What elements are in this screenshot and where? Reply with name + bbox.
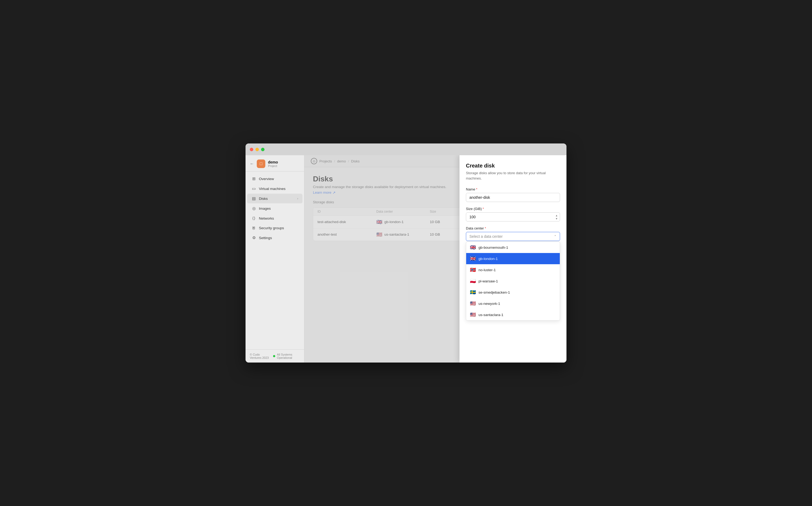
required-indicator: * [485,226,486,230]
copyright: © Cudo Ventures 2023 [250,353,271,359]
required-indicator: * [482,207,484,211]
flag-us-icon [470,301,476,307]
sidebar-item-settings[interactable]: ⚙ Settings [247,233,302,243]
sidebar-header: ← □ demo Project [246,155,304,172]
flag-pl-icon [470,278,476,284]
sidebar: ← □ demo Project ⊞ Overview ▭ Virtual ma… [246,155,304,362]
dropdown-item-se-smedjebacken[interactable]: se-smedjebacken-1 [466,287,560,298]
images-icon: ◎ [252,206,256,211]
app-window: ← □ demo Project ⊞ Overview ▭ Virtual ma… [246,144,566,362]
name-form-group: Name * [466,187,560,202]
datacenter-select-wrapper: Select a data center ⌃ gb-bournemouth-1 … [466,232,560,241]
sidebar-item-virtual-machines[interactable]: ▭ Virtual machines [247,184,302,193]
overview-icon: ⊞ [252,176,256,181]
sidebar-footer: © Cudo Ventures 2023 All Systems Operati… [246,349,304,362]
create-disk-drawer: Create disk Storage disks allow you to s… [460,155,566,362]
titlebar [246,144,566,155]
main-content: ◎ Projects / demo / Disks Disks Create a… [304,155,566,362]
maximize-button[interactable] [261,148,265,151]
datacenter-label: Data center * [466,226,560,230]
project-icon: □ [257,160,265,168]
status-label: All Systems Operational [277,353,300,359]
sidebar-item-images[interactable]: ◎ Images [247,203,302,213]
flag-gb-icon [470,256,476,262]
sidebar-item-disks[interactable]: ▤ Disks › [247,194,302,203]
datacenter-form-group: Data center * Select a data center ⌃ gb-… [466,226,560,241]
sidebar-item-label: Overview [259,177,274,181]
sidebar-item-label: Disks [259,197,268,201]
spinner-up-icon[interactable]: ▲ [555,214,558,217]
size-form-group: Size (GiB) * ▲ ▼ [466,207,560,222]
dropdown-item-gb-bournemouth[interactable]: gb-bournemouth-1 [466,242,560,253]
datacenter-dropdown: gb-bournemouth-1 gb-london-1 no-luster-1 [466,242,560,321]
sidebar-item-networks[interactable]: ⟨⟩ Networks [247,214,302,223]
sidebar-item-label: Settings [259,236,272,240]
nav-items: ⊞ Overview ▭ Virtual machines ▤ Disks › … [246,172,304,245]
chevron-right-icon: › [297,197,298,200]
settings-icon: ⚙ [252,235,256,240]
flag-se-icon [470,289,476,295]
dropdown-item-gb-london[interactable]: gb-london-1 [466,253,560,264]
name-label: Name * [466,187,560,191]
size-input-wrapper: ▲ ▼ [466,213,560,222]
virtual-machines-icon: ▭ [252,186,256,191]
dropdown-item-no-luster[interactable]: no-luster-1 [466,264,560,275]
minimize-button[interactable] [255,148,259,151]
dropdown-item-us-newyork[interactable]: us-newyork-1 [466,298,560,309]
disks-icon: ▤ [252,196,256,201]
dropdown-item-us-santaclara[interactable]: us-santaclara-1 [466,309,560,320]
security-groups-icon: ⛨ [252,226,256,230]
size-label: Size (GiB) * [466,207,560,211]
project-info: demo Project [268,160,278,168]
back-button[interactable]: ← [250,162,254,166]
drawer-subtitle: Storage disks allow you to store data fo… [466,170,560,181]
status-dot [273,355,275,357]
project-label: Project [268,164,278,168]
drawer-title: Create disk [466,163,560,169]
sidebar-item-overview[interactable]: ⊞ Overview [247,174,302,183]
select-arrow-icon: ⌃ [554,235,557,238]
name-input[interactable] [466,193,560,202]
sidebar-item-security-groups[interactable]: ⛨ Security groups [247,223,302,233]
window-body: ← □ demo Project ⊞ Overview ▭ Virtual ma… [246,155,566,362]
flag-us-icon [470,312,476,318]
networks-icon: ⟨⟩ [252,216,256,221]
sidebar-item-label: Images [259,206,271,210]
sidebar-item-label: Virtual machines [259,187,286,191]
close-button[interactable] [250,148,253,151]
datacenter-select[interactable]: Select a data center ⌃ [466,232,560,241]
dropdown-item-pl-warsaw[interactable]: pl-warsaw-1 [466,275,560,287]
flag-no-icon [470,267,476,273]
spinner-down-icon[interactable]: ▼ [555,217,558,220]
flag-gb-icon [470,244,476,250]
size-input[interactable] [466,213,560,222]
sidebar-item-label: Networks [259,217,274,221]
project-name: demo [268,160,278,164]
required-indicator: * [476,187,477,191]
number-spinner[interactable]: ▲ ▼ [555,214,558,220]
sidebar-item-label: Security groups [259,226,284,230]
